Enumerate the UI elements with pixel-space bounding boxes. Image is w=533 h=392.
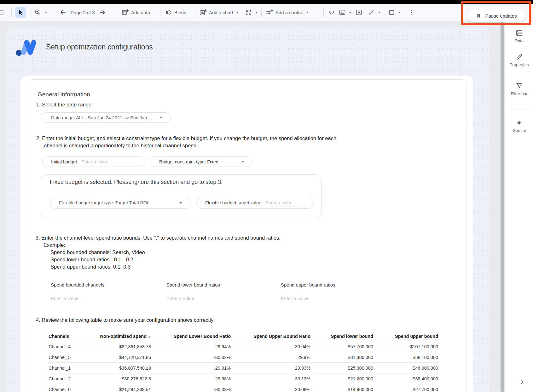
gemini-spark-icon (515, 119, 523, 127)
add-chart-label: Add a chart (209, 10, 233, 15)
zoom-tool-button[interactable] (34, 4, 47, 21)
add-control-icon (266, 9, 273, 16)
add-control-label: Add a control (275, 10, 303, 15)
section-container: General information 1. Select the date r… (20, 76, 473, 392)
arrow-left-icon[interactable] (59, 9, 67, 16)
cell-upper-ratio: 29.9% (231, 355, 311, 360)
panel-item-properties[interactable]: Properties (505, 53, 533, 67)
flexible-target-type-caret-icon (179, 202, 182, 204)
flexible-budget-target-value-input[interactable]: Flexible budget target value Enter a val… (196, 197, 314, 209)
step3-example-2: Spend lower bound ratios: -0.1, -0.2 (50, 257, 133, 263)
spend-lower-ratios-input[interactable]: Enter a value (166, 296, 194, 301)
toolbar-divider (323, 8, 324, 17)
table-header-row: Channels Non-optimized spend Spend Lower… (48, 332, 439, 341)
community-visualizations-button[interactable] (245, 4, 258, 21)
redo-button[interactable] (0, 4, 5, 21)
add-control-button[interactable]: Add a control (266, 4, 309, 21)
cursor-icon (17, 9, 24, 16)
step1-label: 1. Select the date range: (36, 102, 93, 108)
cell-upper-ratio: 30.13% (231, 376, 311, 381)
cell-channel: Channel_1 (48, 366, 95, 371)
chevron-right-icon (519, 378, 526, 385)
initial-budget-placeholder: Enter a value (81, 159, 108, 164)
cell-lower-bound: $57,700,000 (311, 344, 374, 349)
fixed-budget-note: Fixed budget is selected. Please ignore … (50, 179, 223, 185)
budget-constraint-caret-icon (241, 161, 244, 162)
col-header-non-optimized-spend[interactable]: Non-optimized spend (95, 334, 152, 339)
cell-lower-bound: $31,300,000 (311, 355, 374, 360)
embed-icon (328, 9, 335, 16)
add-chart-caret-icon (236, 12, 239, 13)
date-range-caret-icon (160, 117, 162, 118)
embed-button[interactable] (328, 4, 335, 21)
input-underline (268, 207, 306, 207)
flexible-budget-target-type-control[interactable]: Flexible budget target type: Target Tota… (50, 197, 191, 209)
add-data-button[interactable]: Add data (121, 4, 150, 21)
shape-button[interactable] (388, 4, 401, 21)
input-underline (166, 304, 262, 304)
report-page[interactable]: Setup optimization configurations Genera… (6, 27, 489, 392)
col-header-spend-upper-bound[interactable]: Spend upper bound (374, 334, 439, 339)
zoom-icon (34, 9, 42, 16)
add-control-caret-icon (306, 12, 309, 13)
more-options-button[interactable] (408, 4, 415, 21)
blend-button[interactable]: Blend (165, 4, 186, 21)
cell-upper-bound: $27,700,000 (374, 387, 439, 392)
panel-item-filter-bar[interactable]: Filter bar (505, 82, 533, 96)
cell-channel: Channel_0 (48, 387, 95, 392)
cell-lower-ratio: -30.03% (152, 387, 231, 392)
panel-item-data[interactable]: Data (505, 29, 533, 43)
cell-channel: Channel_4 (48, 344, 95, 349)
text-button[interactable] (355, 4, 363, 21)
date-range-value: Date range: ALL : Sun Jan 24 2021 => Sun… (51, 115, 152, 120)
line-caret-icon (378, 12, 380, 13)
cell-upper-ratio: 30.04% (231, 344, 311, 349)
panel-label-gemini: Gemini (508, 128, 530, 133)
spend-bounded-channels-input[interactable]: Enter a value (51, 296, 78, 301)
col-header-spend-lower-bound[interactable]: Spend lower bound (311, 334, 374, 339)
cell-lower-bound: $21,200,000 (311, 376, 374, 381)
panel-label-filter-bar: Filter bar (508, 91, 530, 96)
highlight-annotation-rectangle (461, 1, 531, 25)
arrow-right-icon[interactable] (99, 9, 106, 16)
cell-channel: Channel_5 (48, 355, 95, 360)
date-range-control[interactable]: Date range: ALL : Sun Jan 24 2021 => Sun… (42, 112, 171, 123)
select-tool-button[interactable] (15, 4, 26, 21)
cell-channel: Channel_2 (48, 376, 95, 381)
toolbar-divider (160, 8, 160, 17)
initial-budget-input[interactable]: Initial budget Enter a value (42, 156, 145, 167)
col-header-spend-lower-bound-ratio[interactable]: Spend Lower Bound Ratio (152, 334, 231, 339)
budget-constraint-type-control[interactable]: Budget constraint type: Fixed (150, 156, 252, 167)
spend-upper-ratios-input[interactable]: Enter a value (281, 296, 309, 301)
spend-upper-ratios-label: Spend upper bound ratios (281, 282, 335, 287)
cell-lower-ratio: -30.02% (152, 355, 231, 360)
vertical-scrollbar[interactable] (501, 22, 504, 392)
spend-lower-ratios-label: Spend lower bound ratios (166, 282, 220, 287)
panel-item-gemini[interactable]: Gemini (505, 119, 533, 133)
line-button[interactable] (368, 4, 380, 21)
col-header-spend-upper-bound-ratio[interactable]: Spend Upper Bound Ratio (231, 334, 311, 339)
cell-spend: $82,361,853.73 (95, 344, 152, 349)
add-chart-button[interactable]: Add a chart (199, 4, 239, 21)
collapse-panel-button[interactable] (519, 378, 526, 387)
input-underline (281, 304, 376, 304)
report-canvas[interactable]: Setup optimization configurations Genera… (0, 21, 505, 392)
step3-text: 3. Enter the channel-level spend ratio b… (36, 235, 281, 241)
page-indicator[interactable]: Page 2 of 3 (71, 10, 95, 15)
table-row: Channel_4 $82,361,853.73 -29.94% 30.04% … (48, 341, 439, 352)
top-black-strip (0, 0, 533, 4)
properties-pencil-icon (515, 53, 523, 61)
cell-spend: $36,097,540.18 (95, 366, 152, 371)
image-caret-icon (349, 12, 351, 13)
cell-lower-ratio: -29.91% (152, 366, 231, 371)
cell-upper-bound: $58,100,000 (374, 355, 439, 360)
image-button[interactable] (339, 4, 351, 21)
sort-caret-icon (148, 337, 151, 338)
right-side-panel: Data Properties Filter bar Gemini (505, 21, 533, 392)
step3-example-label: Example: (43, 242, 65, 248)
panel-label-data: Data (508, 38, 530, 43)
page-title: Setup optimization configurations (46, 43, 153, 51)
flexible-target-type-value: Flexible budget target type: Target Tota… (59, 200, 148, 205)
toolbar-divider (195, 8, 195, 17)
data-icon (515, 29, 523, 37)
